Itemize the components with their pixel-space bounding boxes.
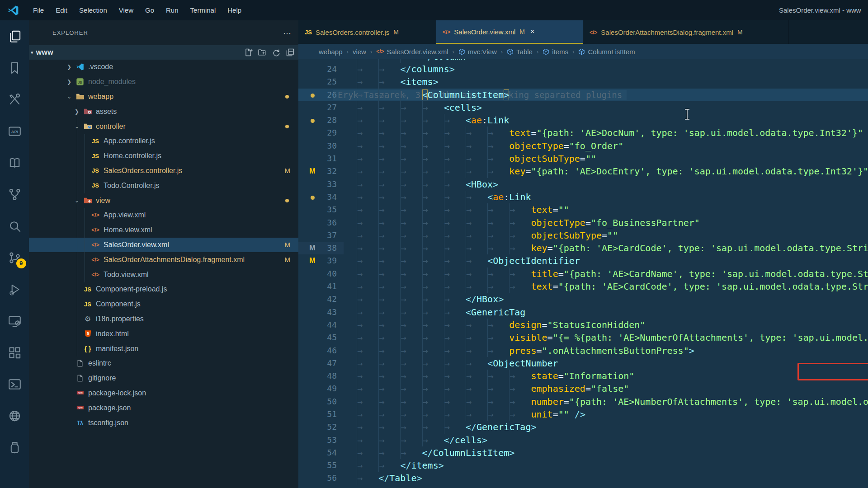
code-line-28[interactable]: 28→→→→→<ae:Link — [298, 114, 868, 127]
tree-item-salesorder-view-xml[interactable]: </>SalesOrder.view.xmlM — [29, 238, 298, 253]
terminal-icon[interactable] — [8, 377, 22, 391]
indent-tab: → — [509, 370, 531, 382]
tree-item-todo-controller-js[interactable]: JSTodo.Controller.js — [29, 178, 298, 193]
code-line-38[interactable]: 38M→→→→→→→→key="{path: 'AE>CardCode', ty… — [298, 242, 868, 254]
more-actions-icon[interactable]: ⋯ — [283, 28, 292, 38]
menu-terminal[interactable]: Terminal — [184, 0, 222, 20]
menu-help[interactable]: Help — [222, 0, 247, 20]
tree-item-i18n-properties[interactable]: ⚙i18n.properties — [29, 312, 298, 327]
code-line-34[interactable]: 34→→→→→→<ae:Link — [298, 191, 868, 203]
code-line-37[interactable]: 37→→→→→→→→objectSubType="" — [298, 229, 868, 242]
code-line-46[interactable]: 46→→→→→→→press=".onAttachmentsButtonPres… — [298, 344, 868, 357]
tree-item-node-modules[interactable]: ❯JSnode_modules — [29, 75, 298, 89]
code-line-52[interactable]: 52→→→→→</GenericTag> — [298, 421, 868, 433]
tools-icon[interactable] — [8, 93, 22, 107]
close-icon[interactable]: × — [530, 28, 534, 36]
breadcrumb-item[interactable]: ColumnListItem — [578, 48, 635, 56]
code-line-35[interactable]: 35→→→→→→→→text="" — [298, 203, 868, 216]
tree-item-component-preload-js[interactable]: JSComponent-preload.js — [29, 282, 298, 297]
tree-item-view[interactable]: ⌄view — [29, 193, 298, 208]
code-line-56[interactable]: 56→</Table> — [298, 472, 868, 484]
tab-salesorderattachmentsdialog-fragment-xml[interactable]: </>SalesOrderAttachmentsDialog.fragment.… — [583, 20, 789, 44]
code-line-31[interactable]: 31→→→→→→→objectSubType="" — [298, 152, 868, 165]
menu-view[interactable]: View — [113, 0, 139, 20]
api-icon[interactable]: API — [8, 124, 22, 138]
code-line-42[interactable]: 42→→→→→</HBox> — [298, 293, 868, 305]
tree-item-package-json[interactable]: npmpackage.json — [29, 400, 298, 415]
tree-item-app-controller-js[interactable]: JSApp.controller.js — [29, 134, 298, 149]
database-icon[interactable] — [8, 441, 22, 455]
breadcrumb-item[interactable]: webapp — [319, 48, 343, 56]
tree-item-component-js[interactable]: JSComponent.js — [29, 297, 298, 312]
code-line-39[interactable]: 39M→→→→→→<ObjectIdentifier — [298, 254, 868, 267]
code-line-51[interactable]: 51→→→→→→→→unit="" /> — [298, 408, 868, 421]
code-line-43[interactable]: 43→→→→→<GenericTag — [298, 306, 868, 319]
code-line-50[interactable]: 50→→→→→→→→number="{path: 'AE>NumberOfAtt… — [298, 395, 868, 408]
remote-icon[interactable] — [8, 314, 22, 328]
code-line-25[interactable]: 25→→<items> — [298, 75, 868, 88]
tree-item-salesorderattachmentsdialog-fragment-xml[interactable]: </>SalesOrderAttachmentsDialog.fragment.… — [29, 252, 298, 267]
code-line-29[interactable]: 29→→→→→→→text="{path: 'AE>DocNum', type:… — [298, 127, 868, 139]
code-line-30[interactable]: 30→→→→→→→objectType="fo_Order" — [298, 140, 868, 152]
new-folder-icon[interactable] — [258, 48, 267, 57]
tree-item-gitignore[interactable]: gitignore — [29, 371, 298, 386]
code-line-41[interactable]: 41→→→→→→→→text="{path: 'AE>CardCode', ty… — [298, 280, 868, 293]
tree-item-eslintrc[interactable]: eslintrc — [29, 356, 298, 371]
breadcrumb-item[interactable]: Table — [507, 48, 533, 56]
tree-item-controller[interactable]: ⌄Ccontroller — [29, 119, 298, 134]
code-line-49[interactable]: 49→→→→→→→→emphasized="false" — [298, 382, 868, 395]
tree-item-salesorders-controller-js[interactable]: JSSalesOrders.controller.jsM — [29, 164, 298, 178]
collapse-all-icon[interactable] — [286, 48, 295, 57]
code-line-36[interactable]: 36→→→→→→→→objectType="fo_BusinessPartner… — [298, 216, 868, 229]
code-line-24[interactable]: 24→→</columns> — [298, 63, 868, 75]
code-line-33[interactable]: 33→→→→→<HBox> — [298, 178, 868, 191]
menu-file[interactable]: File — [27, 0, 50, 20]
tree-item-tsconfig-json[interactable]: Tƛtsconfig.json — [29, 415, 298, 430]
code-line-48[interactable]: 48→→→→→→→→state="Information" — [298, 370, 868, 382]
tab-salesorders-controller-js[interactable]: JSSalesOrders.controller.jsM — [298, 20, 436, 44]
menu-selection[interactable]: Selection — [73, 0, 113, 20]
code-line-40[interactable]: 40→→→→→→→→title="{path: 'AE>CardName', t… — [298, 267, 868, 280]
tree-item-index-html[interactable]: 5index.html — [29, 326, 298, 341]
explorer-section-header[interactable]: ▾ WWW — [29, 45, 298, 60]
tree-item-home-view-xml[interactable]: </>Home.view.xml — [29, 223, 298, 238]
menu-run[interactable]: Run — [160, 0, 184, 20]
tree-item-package-lock-json[interactable]: npmpackage-lock.json — [29, 386, 298, 401]
refresh-icon[interactable] — [272, 48, 281, 57]
source-control-icon[interactable]: 9 — [8, 251, 22, 265]
code-line-53[interactable]: 53→→→→</cells> — [298, 434, 868, 446]
graph-icon[interactable] — [8, 188, 22, 202]
code-line-47[interactable]: 47→→→→→→<ObjectNumber — [298, 357, 868, 370]
search-icon[interactable] — [8, 219, 22, 233]
tree-item-assets[interactable]: ❯assets — [29, 104, 298, 119]
tree-item--vscode[interactable]: ❯.vscode — [29, 60, 298, 75]
globe-icon[interactable] — [8, 409, 22, 423]
code-line-54[interactable]: 54→→→</ColumnListItem> — [298, 446, 868, 459]
menu-edit[interactable]: Edit — [50, 0, 73, 20]
code-line-32[interactable]: 32M→→→→→→→key="{path: 'AE>DocEntry', typ… — [298, 165, 868, 178]
code-editor[interactable]: 23→→→</Column>24→→</columns>25→→<items>2… — [298, 50, 868, 485]
book-icon[interactable] — [8, 156, 22, 170]
files-icon[interactable] — [8, 29, 22, 43]
code-line-27[interactable]: 27→→→→<cells> — [298, 101, 868, 114]
menu-go[interactable]: Go — [139, 0, 160, 20]
tree-item-app-view-xml[interactable]: </>App.view.xml — [29, 208, 298, 223]
tree-item-home-controller-js[interactable]: JSHome.controller.js — [29, 149, 298, 164]
bookmark-icon[interactable] — [8, 61, 22, 75]
tree-item-todo-view-xml[interactable]: </>Todo.view.xml — [29, 267, 298, 282]
new-file-icon[interactable] — [244, 48, 253, 57]
code-line-44[interactable]: 44→→→→→→→design="StatusIconHidden" — [298, 319, 868, 331]
tree-item-webapp[interactable]: ⌄webapp — [29, 89, 298, 104]
breadcrumb-item[interactable]: </>SalesOrder.view.xml — [376, 48, 448, 56]
tab-salesorder-view-xml[interactable]: </>SalesOrder.view.xmlM× — [436, 20, 583, 44]
breadcrumb-item[interactable]: view — [353, 48, 366, 56]
code-line-26[interactable]: 26→→→<ColumnListItem>Eryk Taszarek, 3 mo… — [298, 89, 868, 101]
code-line-45[interactable]: 45→→→→→→→visible="{= %{path: 'AE>NumberO… — [298, 331, 868, 344]
breadcrumb-item[interactable]: mvc:View — [458, 48, 497, 56]
tree-item-label: Component.js — [96, 300, 141, 308]
tree-item-manifest-json[interactable]: { }manifest.json — [29, 341, 298, 356]
code-line-55[interactable]: 55→→</items> — [298, 459, 868, 472]
breadcrumb-item[interactable]: items — [542, 48, 568, 56]
debug-icon[interactable] — [8, 282, 22, 296]
blocks-icon[interactable] — [8, 346, 22, 360]
